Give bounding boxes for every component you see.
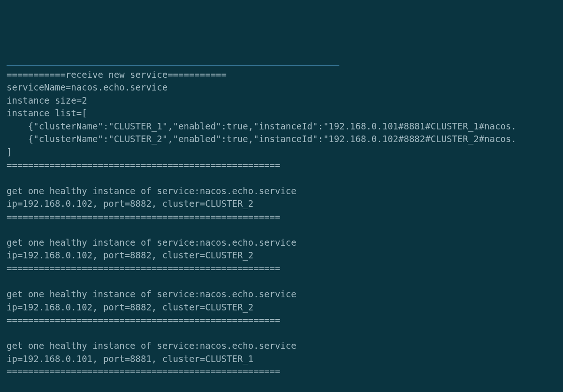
blank — [7, 223, 556, 236]
query-detail: ip=192.168.0.102, port=8882, cluster=CLU… — [7, 249, 556, 262]
query-title: get one healthy instance of service:naco… — [7, 236, 556, 249]
receive-header: ===========receive new service==========… — [7, 68, 556, 82]
service-name: serviceName=nacos.echo.service — [7, 81, 556, 94]
instance-list-open: instance list=[ — [7, 107, 556, 120]
divider: ========================================… — [7, 159, 556, 172]
blank — [7, 378, 556, 392]
query-detail: ip=192.168.0.102, port=8882, cluster=CLU… — [7, 197, 556, 211]
divider: ========================================… — [7, 262, 556, 275]
query-title: get one healthy instance of service:naco… — [7, 339, 556, 353]
query-title: get one healthy instance of service:naco… — [7, 288, 556, 301]
divider: ========================================… — [7, 365, 556, 378]
query-title: get one healthy instance of service:naco… — [7, 185, 556, 198]
instance-1: {"clusterName":"CLUSTER_1","enabled":tru… — [7, 120, 556, 133]
instance-2: {"clusterName":"CLUSTER_2","enabled":tru… — [7, 133, 556, 146]
instance-size: instance size=2 — [7, 94, 556, 107]
divider: ========================================… — [7, 211, 556, 224]
blank — [7, 327, 556, 340]
query-detail: ip=192.168.0.101, port=8881, cluster=CLU… — [7, 353, 556, 366]
blank — [7, 172, 556, 185]
instance-list-close: ] — [7, 146, 556, 159]
terminal-link-partial — [7, 55, 556, 68]
divider: ========================================… — [7, 314, 556, 327]
blank — [7, 275, 556, 288]
query-detail: ip=192.168.0.102, port=8882, cluster=CLU… — [7, 301, 556, 314]
